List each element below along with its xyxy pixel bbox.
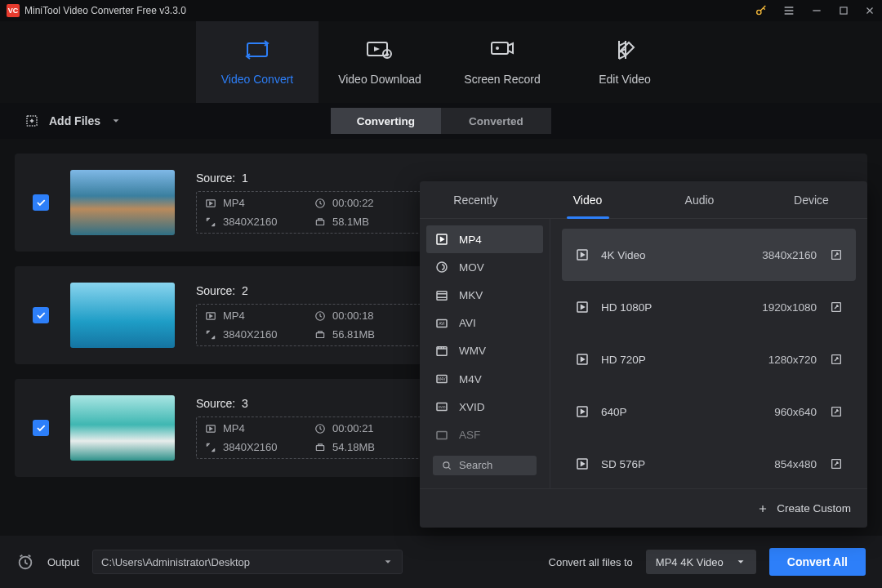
svg-rect-1 xyxy=(840,7,847,14)
search-icon xyxy=(441,460,452,471)
format-search-input[interactable]: Search xyxy=(433,456,537,475)
format-item[interactable]: MOV xyxy=(426,253,543,281)
edit-preset-icon[interactable] xyxy=(830,301,843,314)
tab-video-download[interactable]: Video Download xyxy=(318,21,441,103)
add-files-button[interactable]: Add Files xyxy=(24,114,122,128)
row-checkbox[interactable] xyxy=(33,194,49,211)
format-label: AVI xyxy=(459,317,476,329)
play-file-icon xyxy=(575,404,590,419)
format-item[interactable]: XVIDXVID xyxy=(426,393,543,421)
popover-tab-recently[interactable]: Recently xyxy=(420,181,532,218)
play-file-icon xyxy=(575,247,590,262)
edit-preset-icon[interactable] xyxy=(830,405,843,418)
thumbnail xyxy=(70,395,175,461)
svg-point-6 xyxy=(496,47,499,50)
preset-resolution: 1280x720 xyxy=(768,354,817,366)
schedule-icon[interactable] xyxy=(16,553,34,571)
play-file-icon xyxy=(575,457,590,471)
video-format-icon xyxy=(205,423,216,434)
edit-preset-icon[interactable] xyxy=(830,353,843,366)
preset-name: HD 1080P xyxy=(601,301,652,314)
record-icon xyxy=(490,38,514,61)
source-index: 1 xyxy=(242,172,248,185)
segment-converted[interactable]: Converted xyxy=(441,108,551,134)
svg-text:M4V: M4V xyxy=(438,377,445,381)
tab-video-convert[interactable]: Video Convert xyxy=(196,21,318,103)
preset-item[interactable]: 4K Video 3840x2160 xyxy=(562,229,856,281)
m4v-icon: M4V xyxy=(434,372,449,386)
maximize-icon[interactable] xyxy=(838,5,849,16)
preset-resolution: 960x640 xyxy=(774,406,817,418)
close-icon[interactable] xyxy=(864,5,875,16)
popover-tab-video[interactable]: Video xyxy=(532,181,644,218)
filesize: 54.18MB xyxy=(332,441,375,453)
tab-edit-video[interactable]: Edit Video xyxy=(564,21,686,103)
tab-screen-record[interactable]: Screen Record xyxy=(441,21,564,103)
resolution: 3840X2160 xyxy=(223,216,278,228)
minimize-icon[interactable] xyxy=(810,4,823,17)
popover-tab-device[interactable]: Device xyxy=(755,181,867,218)
key-icon[interactable] xyxy=(755,4,768,17)
format-label: MKV xyxy=(459,289,483,301)
svg-point-29 xyxy=(443,462,449,468)
format: MP4 xyxy=(223,197,245,209)
video-format-icon xyxy=(205,198,216,209)
format-item[interactable]: AVIAVI xyxy=(426,310,543,337)
hamburger-icon[interactable] xyxy=(782,4,795,17)
svg-rect-10 xyxy=(316,220,323,225)
chevron-down-icon xyxy=(382,556,394,568)
format: MP4 xyxy=(223,422,245,434)
edit-preset-icon[interactable] xyxy=(830,457,843,470)
format-item[interactable]: MP4 xyxy=(426,225,543,253)
thumbnail xyxy=(70,283,175,348)
format-item[interactable]: MKV xyxy=(426,281,543,309)
preset-resolution: 3840x2160 xyxy=(762,249,817,261)
output-label: Output xyxy=(47,556,79,568)
format-label: XVID xyxy=(459,401,485,413)
convert-all-to-label: Convert all files to xyxy=(549,556,633,568)
video-format-icon xyxy=(205,310,216,322)
play-file-icon xyxy=(575,352,590,367)
app-title: MiniTool Video Converter Free v3.3.0 xyxy=(24,5,186,16)
preset-resolution: 854x480 xyxy=(774,458,817,470)
edit-preset-icon[interactable] xyxy=(830,248,843,261)
preset-name: 640P xyxy=(601,406,627,418)
mov-icon xyxy=(434,260,449,274)
avi-icon: AVI xyxy=(434,316,449,331)
filesize-icon xyxy=(314,216,326,228)
svg-rect-20 xyxy=(437,291,447,300)
chevron-down-icon[interactable] xyxy=(110,115,122,127)
target-format-select[interactable]: MP4 4K Video xyxy=(646,550,756,574)
create-custom-button[interactable]: Create Custom xyxy=(777,502,851,514)
popover-tab-audio[interactable]: Audio xyxy=(644,181,755,218)
preset-item[interactable]: 640P 960x640 xyxy=(562,385,856,438)
preset-item[interactable]: HD 1080P 1920x1080 xyxy=(562,281,856,333)
convert-all-button[interactable]: Convert All xyxy=(769,548,866,576)
format-item[interactable]: ASF xyxy=(426,421,543,448)
preset-item[interactable]: HD 720P 1280x720 xyxy=(562,333,856,385)
clock-icon xyxy=(314,423,326,434)
format-popover: Recently Video Audio Device MP4 MOV MKV … xyxy=(420,181,867,528)
preset-item[interactable]: SD 576P 854x480 xyxy=(562,438,856,488)
output-path-select[interactable]: C:\Users\Administrator\Desktop xyxy=(92,550,403,574)
nav-label: Screen Record xyxy=(464,73,540,86)
video-file-icon xyxy=(434,232,449,247)
format: MP4 xyxy=(223,310,245,322)
format-item[interactable]: WMV xyxy=(426,337,543,365)
duration: 00:00:22 xyxy=(332,197,374,209)
filesize: 58.1MB xyxy=(332,216,369,228)
row-checkbox[interactable] xyxy=(33,307,49,323)
row-checkbox[interactable] xyxy=(33,420,49,436)
play-file-icon xyxy=(575,300,590,314)
svg-rect-2 xyxy=(247,43,267,56)
preset-name: 4K Video xyxy=(601,249,646,261)
asf-icon xyxy=(434,428,449,443)
segment-converting[interactable]: Converting xyxy=(331,108,441,134)
format-label: MOV xyxy=(459,261,484,274)
svg-point-19 xyxy=(437,262,447,272)
resolution-icon xyxy=(205,329,216,341)
format-item[interactable]: M4VM4V xyxy=(426,365,543,393)
clock-icon xyxy=(314,198,326,209)
preset-resolution: 1920x1080 xyxy=(762,301,817,314)
format-label: MP4 xyxy=(459,234,482,246)
